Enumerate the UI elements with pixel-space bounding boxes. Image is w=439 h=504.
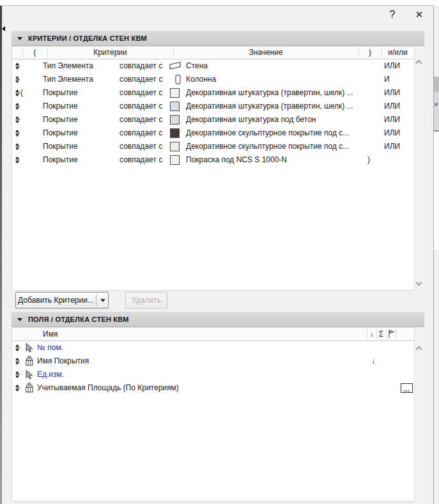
collapse-left-arrow-icon[interactable] (2, 26, 5, 31)
scroll-up-icon[interactable] (416, 60, 422, 66)
criteria-row[interactable]: Тип Элемента совпадает с Колонна И (12, 73, 414, 86)
col-name: Имя (43, 328, 171, 340)
flag-icon[interactable] (388, 330, 396, 339)
field-options-button[interactable]: … (401, 383, 413, 393)
row-drag-handle[interactable] (15, 385, 20, 392)
field-row[interactable]: Ед.изм. (12, 368, 414, 381)
row-drag-handle[interactable] (15, 358, 20, 365)
fields-table-header: Имя ↓ Σ (12, 328, 414, 341)
wall-icon (169, 61, 181, 72)
collapse-triangle-icon (17, 318, 22, 321)
criteria-value: Покраска под NCS S 1000-N (186, 153, 287, 167)
paintbrush-icon (24, 356, 35, 367)
criteria-name: Покрытие (43, 153, 78, 167)
close-button[interactable]: ✕ (410, 6, 428, 23)
criteria-relation: совпадает с (119, 86, 162, 100)
row-drag-handle[interactable] (15, 371, 20, 378)
and-or-value: ИЛИ (384, 113, 400, 126)
criteria-relation: совпадает с (119, 140, 162, 153)
criteria-section-header[interactable]: КРИТЕРИИ / ОТДЕЛКА СТЕН КВМ (12, 31, 424, 46)
criteria-value: Колонна (186, 73, 216, 86)
row-drag-handle[interactable] (15, 103, 20, 110)
criteria-row[interactable]: ( Покрытие совпадает с Декоративная штук… (12, 86, 414, 100)
column-icon (172, 74, 185, 85)
criteria-relation: совпадает с (119, 153, 162, 167)
chevron-down-icon[interactable] (100, 299, 105, 302)
fields-scrollbar[interactable] (415, 328, 424, 501)
col-and-or[interactable]: и/или (381, 47, 414, 59)
field-row[interactable]: Учитываемая Площадь (По Критериям) … (12, 381, 414, 395)
row-drag-handle[interactable] (15, 157, 20, 164)
criteria-value: Декоративная штукатурка под бетон (186, 113, 316, 126)
criteria-name: Покрытие (43, 113, 78, 126)
row-sort-indicator: ↓ (368, 355, 378, 368)
and-or-value: ИЛИ (384, 126, 400, 140)
and-or-value: ИЛИ (384, 100, 400, 113)
criteria-table: ( Критерии Значение ) и/или Тип Элемента… (12, 46, 415, 291)
criteria-relation: совпадает с (119, 73, 162, 86)
fields-section-header[interactable]: ПОЛЯ / ОТДЕЛКА СТЕН КВМ (12, 312, 424, 327)
fields-section-title: ПОЛЯ / ОТДЕЛКА СТЕН КВМ (28, 316, 129, 323)
arrow-cursor-icon (24, 369, 35, 380)
field-name: № пом. (37, 341, 63, 355)
row-drag-handle[interactable] (15, 63, 20, 70)
surface-swatch (170, 142, 180, 151)
col-close-paren[interactable]: ) (358, 47, 381, 59)
field-name: Учитываемая Площадь (По Критериям) (37, 381, 179, 395)
collapse-triangle-icon (17, 37, 22, 40)
col-value[interactable]: Значение (173, 47, 358, 59)
paintbrush-icon (24, 383, 35, 393)
surface-swatch (170, 102, 180, 111)
criteria-row[interactable]: Покрытие совпадает с Декоративная штукат… (12, 100, 414, 113)
and-or-value: ИЛИ (384, 140, 400, 153)
criteria-name: Покрытие (43, 126, 78, 140)
criteria-table-header: ( Критерии Значение ) и/или (12, 47, 414, 59)
criteria-section-title: КРИТЕРИИ / ОТДЕЛКА СТЕН КВМ (28, 34, 147, 42)
criteria-row[interactable]: Тип Элемента совпадает с Стена ИЛИ (12, 59, 414, 73)
arrow-cursor-icon (24, 342, 35, 353)
criteria-relation: совпадает с (119, 59, 162, 73)
criteria-relation: совпадает с (119, 126, 162, 140)
criteria-value: Декоративное скульптурное покрытие под с… (186, 140, 349, 153)
sort-icon[interactable]: ↓ (367, 328, 376, 340)
ellipsis-icon: … (401, 386, 412, 393)
criteria-value: Стена (186, 59, 208, 73)
open-paren-value: ( (20, 86, 23, 100)
criteria-relation: совпадает с (119, 113, 162, 126)
sum-icon[interactable]: Σ (376, 328, 386, 340)
and-or-value: ИЛИ (384, 86, 400, 100)
criteria-name: Покрытие (43, 140, 78, 153)
close-paren-value: ) (367, 153, 370, 167)
field-row[interactable]: № пом. (12, 341, 414, 355)
field-name: Ед.изм. (37, 368, 64, 381)
surface-swatch (170, 155, 180, 165)
criteria-row[interactable]: Покрытие совпадает с Покраска под NCS S … (12, 153, 414, 167)
help-button[interactable]: ? (383, 6, 401, 23)
background-window-sliver: и (434, 6, 439, 504)
field-name: Имя Покрытия (37, 355, 89, 368)
row-drag-handle[interactable] (15, 76, 20, 83)
and-or-value: ИЛИ (384, 59, 400, 73)
delete-button[interactable]: Удалить (125, 292, 167, 309)
surface-swatch (170, 88, 180, 98)
row-drag-handle[interactable] (15, 116, 20, 123)
criteria-relation: совпадает с (119, 100, 162, 113)
criteria-row[interactable]: Покрытие совпадает с Декоративное скульп… (12, 126, 414, 140)
row-drag-handle[interactable] (15, 130, 20, 137)
criteria-row[interactable]: Покрытие совпадает с Декоративная штукат… (12, 113, 414, 126)
criteria-value: Декоративная штукатурка (травертин, шелк… (186, 86, 353, 100)
add-criteria-button[interactable]: Добавить Критерии... (15, 292, 109, 309)
col-open-paren[interactable]: ( (22, 47, 47, 59)
criteria-row[interactable]: Покрытие совпадает с Декоративное скульп… (12, 140, 414, 153)
surface-swatch (170, 128, 180, 138)
scroll-down-icon[interactable] (416, 280, 422, 286)
criteria-scrollbar[interactable] (415, 47, 424, 290)
row-drag-handle[interactable] (15, 89, 20, 96)
scroll-up-icon[interactable] (416, 346, 422, 353)
field-row[interactable]: Имя Покрытия ↓ (12, 355, 414, 368)
row-drag-handle[interactable] (15, 344, 20, 351)
col-criteria[interactable]: Критерии (47, 47, 173, 59)
scheme-settings-dialog: ? ✕ и КРИТЕРИИ / ОТДЕЛКА СТЕН КВМ ( Крит… (0, 0, 439, 504)
and-or-value: И (384, 73, 390, 86)
row-drag-handle[interactable] (15, 143, 20, 150)
